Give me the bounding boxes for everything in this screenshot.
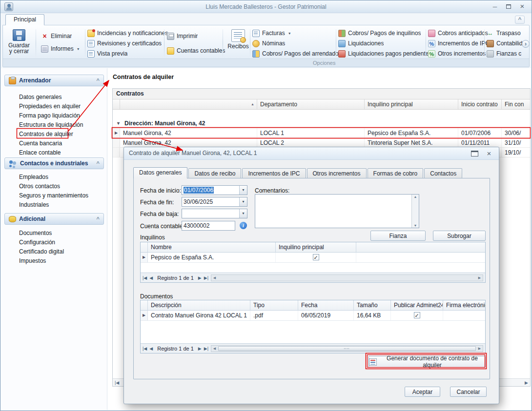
- publicar-checkbox[interactable]: ✓: [414, 312, 420, 318]
- nav-section-arrendador[interactable]: Arrendador ^: [4, 75, 104, 86]
- comentarios-textarea[interactable]: ▲ ▼: [255, 194, 419, 228]
- sidebar-item-contratos-alquiler[interactable]: Contratos de alquiler: [4, 130, 104, 139]
- ribbon-item-imprimir[interactable]: Imprimir: [167, 32, 198, 40]
- cuenta-contable-input[interactable]: 43000002: [182, 221, 235, 231]
- sidebar-item-certificado[interactable]: Certificado digital: [4, 247, 104, 256]
- nav-last-button[interactable]: ▶|: [204, 275, 208, 280]
- documento-row-1[interactable]: ▶ Contrato Manuel Girona 42 LOCAL 1 .pdf…: [141, 311, 485, 321]
- ribbon-item-cobros-inquilinos[interactable]: Cobros/ Pagos de inquilinos: [338, 29, 421, 38]
- fecha-fin-combo[interactable]: 30/06/2025 ▼: [182, 197, 247, 207]
- column-header-principal[interactable]: Inquilino principal: [276, 242, 356, 252]
- nav-first-button[interactable]: |◀: [143, 346, 147, 351]
- ribbon-item-incidencias[interactable]: Incidencias y notificaciones: [87, 29, 168, 38]
- sidebar-item-documentos[interactable]: Documentos: [4, 229, 104, 238]
- nav-prev-button[interactable]: ◀: [149, 275, 153, 280]
- sidebar-item-forma-pago[interactable]: Forma pago liquidación: [4, 111, 104, 120]
- ribbon-item-otros-incrementos[interactable]: %Otros incrementos: [428, 49, 486, 58]
- column-header-inicio[interactable]: Inicio contrato: [458, 99, 502, 109]
- dialog-close-button[interactable]: ×: [484, 150, 494, 158]
- nav-next-button[interactable]: ▶: [198, 275, 202, 280]
- column-header-fecha[interactable]: Fecha: [298, 300, 354, 310]
- ribbon-collapse-button[interactable]: ^: [515, 16, 525, 24]
- ribbon-item-fianzas[interactable]: Fianzas c: [487, 49, 531, 58]
- scrollbar-thumb[interactable]: [218, 346, 476, 351]
- scroll-left-icon[interactable]: ◀: [211, 347, 218, 351]
- documentos-hscrollbar[interactable]: ◀ ▶: [211, 345, 483, 352]
- nav-section-adicional[interactable]: Adicional ^: [4, 213, 104, 225]
- nav-prev-button[interactable]: ◀: [149, 346, 153, 351]
- maximize-button[interactable]: [502, 3, 515, 11]
- fianza-button[interactable]: Fianza: [370, 231, 426, 241]
- ribbon-item-liquidaciones-pendientes[interactable]: Liquidaciones pagos pendientes: [338, 49, 431, 58]
- scroll-left-icon[interactable]: ◀: [211, 276, 218, 280]
- tab-datos-de-recibo[interactable]: Datos de recibo: [188, 168, 241, 178]
- sidebar-item-otros-contactos[interactable]: Otros contactos: [4, 182, 104, 191]
- sidebar-item-industriales[interactable]: Industriales: [4, 200, 104, 210]
- ribbon-item-incrementos-ipc[interactable]: %Incrementos de IPC: [428, 39, 490, 48]
- sidebar-item-datos-generales[interactable]: Datos generales: [4, 93, 104, 102]
- sidebar-item-enlace-contable[interactable]: Enlace contable: [4, 148, 104, 157]
- column-header-direccion[interactable]: ▲: [120, 99, 257, 109]
- fecha-baja-combo[interactable]: ▼: [182, 209, 247, 218]
- group-row[interactable]: ▾ Dirección: Manuel Girona, 42: [113, 119, 530, 128]
- ribbon-item-cobros-anticipados[interactable]: Cobros anticipados: [428, 29, 488, 38]
- ribbon-item-cobros-arrendador[interactable]: Cobros/ Pagos del arrendador: [252, 49, 341, 58]
- nav-last-button[interactable]: ▶|: [204, 346, 208, 351]
- ribbon-item-vista-previa[interactable]: Vista previa: [87, 49, 127, 58]
- ribbon-item-traspaso[interactable]: ↔Traspaso: [487, 29, 531, 38]
- minimize-button[interactable]: ─: [489, 3, 501, 11]
- nav-section-contactos[interactable]: Contactos e industriales ^: [4, 157, 104, 169]
- scroll-up-icon[interactable]: ▲: [412, 195, 419, 198]
- scroll-right-icon[interactable]: ▶: [476, 276, 483, 280]
- scroll-right-icon[interactable]: ▶: [525, 380, 528, 385]
- ribbon-item-liquidaciones[interactable]: Liquidaciones: [338, 39, 384, 48]
- column-header-firma[interactable]: Firma electrónica: [443, 300, 485, 310]
- ribbon-scroll-right-button[interactable]: ›: [522, 40, 530, 48]
- sidebar-item-seguros[interactable]: Seguros y mantenimientos: [4, 191, 104, 200]
- guardar-y-cerrar-button[interactable]: Guardar y cerrar: [6, 27, 32, 58]
- tab-otros-incrementos[interactable]: Otros incrementos: [307, 168, 367, 178]
- column-header-departamento[interactable]: Departamento: [257, 99, 365, 109]
- fecha-inicio-combo[interactable]: 01/07/2006 ▼: [182, 185, 247, 195]
- tab-principal[interactable]: Principal: [5, 14, 44, 25]
- nav-next-button[interactable]: ▶: [198, 346, 202, 351]
- scroll-right-icon[interactable]: ▶: [476, 347, 483, 351]
- column-header-publicar[interactable]: Publicar Adminet24H: [391, 300, 443, 310]
- sidebar-item-configuracion[interactable]: Configuración: [4, 238, 104, 247]
- combo-dropdown-button[interactable]: ▼: [239, 197, 247, 206]
- inquilino-row-1[interactable]: ▶ Pepsico de España S.A. ✓: [141, 253, 485, 263]
- close-button[interactable]: ×: [516, 3, 529, 11]
- recibos-button[interactable]: Recibos: [225, 27, 251, 58]
- scroll-down-icon[interactable]: ▼: [412, 224, 419, 227]
- nav-first-button[interactable]: |◀: [143, 275, 147, 280]
- dialog-restore-button[interactable]: [471, 151, 478, 157]
- contract-row-2[interactable]: Manuel Girona, 42 LOCAL 2 Tintoreria Sup…: [113, 138, 530, 148]
- ribbon-item-facturas[interactable]: Facturas▼: [252, 29, 291, 38]
- column-header-tipo[interactable]: Tipo: [250, 300, 298, 310]
- sidebar-item-impuestos[interactable]: Impuestos: [4, 256, 104, 266]
- column-header-tamano[interactable]: Tamaño: [354, 300, 391, 310]
- generar-documento-button[interactable]: Generar documento de contrato de alquile…: [368, 356, 486, 368]
- tab-contactos[interactable]: Contactos: [424, 168, 462, 178]
- combo-dropdown-button[interactable]: ▼: [239, 209, 247, 218]
- sidebar-item-propiedades[interactable]: Propiedades en alquiler: [4, 102, 104, 111]
- inquilinos-hscrollbar[interactable]: ◀ ▶: [211, 274, 483, 281]
- ribbon-item-informes[interactable]: Informes▼: [41, 44, 80, 53]
- column-header-fin[interactable]: Fin con: [502, 99, 530, 109]
- aceptar-button[interactable]: Aceptar: [405, 387, 440, 397]
- textarea-scrollbar[interactable]: ▲ ▼: [411, 195, 419, 228]
- subrogar-button[interactable]: Subrogar: [433, 231, 486, 241]
- sidebar-item-estructura[interactable]: Estructura de liquidación: [4, 120, 104, 130]
- column-header-nombre[interactable]: Nombre: [148, 242, 276, 252]
- tab-formas-de-cobro[interactable]: Formas de cobro: [368, 168, 424, 178]
- column-header-inquilino[interactable]: Inquilino principal: [365, 99, 458, 109]
- sidebar-item-empleados[interactable]: Empleados: [4, 173, 104, 182]
- tab-datos-generales[interactable]: Datos generales: [133, 167, 187, 178]
- info-icon[interactable]: i: [240, 222, 247, 229]
- inquilino-principal-checkbox[interactable]: ✓: [313, 254, 319, 260]
- tab-incrementos-ipc[interactable]: Incrementos de IPC: [242, 168, 306, 178]
- cancelar-button[interactable]: Cancelar: [450, 387, 487, 397]
- ribbon-item-revisiones[interactable]: Revisiones y certificados: [87, 39, 162, 48]
- combo-dropdown-button[interactable]: ▼: [239, 186, 247, 195]
- contract-row-1[interactable]: ▶ Manuel Girona, 42 LOCAL 1 Pepsico de E…: [113, 128, 530, 138]
